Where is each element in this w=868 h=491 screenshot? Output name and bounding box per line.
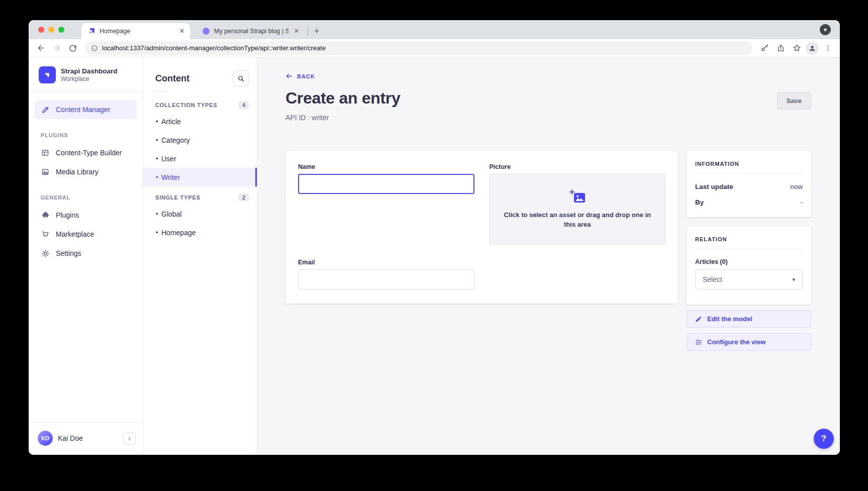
subnav-item-category[interactable]: Category [143, 131, 257, 149]
last-update-row: Last update now [695, 183, 803, 190]
picture-upload-dropzone[interactable]: Click to select an asset or drag and dro… [490, 174, 666, 245]
by-value: - [801, 199, 803, 206]
search-icon [237, 75, 245, 82]
user-avatar[interactable]: KD [38, 431, 53, 446]
subnav-item-global[interactable]: Global [143, 205, 257, 223]
name-field: Name [298, 163, 474, 245]
minimize-window-button[interactable] [48, 27, 54, 33]
configure-lines-icon [695, 339, 702, 346]
back-link[interactable]: BACK [285, 72, 315, 80]
browser-menu-kebab-icon[interactable] [821, 41, 835, 55]
puzzle-icon [41, 211, 50, 220]
sidebar-item-label: Content-Type Builder [56, 149, 122, 157]
configure-view-button[interactable]: Configure the view [687, 333, 811, 351]
add-image-icon [569, 189, 586, 205]
browser-forward-icon[interactable] [50, 41, 64, 55]
sidebar-footer: KD Kai Doe ‹ [29, 422, 143, 455]
sidebar-nav: Content Manager PLUGINS Content-Type Bui… [29, 92, 143, 263]
sidebar-item-plugins[interactable]: Plugins [35, 206, 137, 225]
strapi-favicon [87, 27, 95, 35]
sidebar-item-content-type-builder[interactable]: Content-Type Builder [35, 143, 137, 162]
new-tab-button[interactable]: + [310, 25, 323, 38]
edit-model-label: Edit the model [707, 315, 752, 323]
select-placeholder: Select [703, 275, 722, 283]
desktop-background: Homepage ✕ My personal Strapi blog | Str… [0, 0, 868, 491]
single-types-list: Global Homepage [143, 205, 257, 242]
tab-homepage[interactable]: Homepage ✕ [81, 23, 190, 39]
browser-back-icon[interactable] [34, 41, 48, 55]
chevron-down-icon: ▾ [792, 276, 795, 283]
sidebar-item-label: Content Manager [56, 106, 110, 114]
group-label-collection-types: COLLECTION TYPES [155, 102, 217, 108]
content-subnav: Content COLLECTION TYPES 4 Article Categ… [143, 57, 257, 455]
back-label: BACK [297, 73, 315, 79]
tab-close-icon[interactable]: ✕ [293, 27, 301, 35]
cart-icon [41, 230, 50, 239]
user-name: Kai Doe [58, 434, 118, 442]
back-arrow-icon [285, 72, 293, 80]
tab-strip: Homepage ✕ My personal Strapi blog | Str… [29, 20, 840, 39]
browser-reload-icon[interactable] [66, 41, 80, 55]
tab-close-icon[interactable]: ✕ [178, 27, 186, 35]
tab-blog[interactable]: My personal Strapi blog | Strap ✕ [196, 23, 305, 39]
last-update-label: Last update [695, 183, 733, 190]
main-sidebar: Strapi Dashboard Workplace Content Manag… [29, 57, 143, 455]
search-button[interactable] [233, 70, 249, 86]
picture-field: Picture Click [490, 163, 666, 245]
group-label-single-types: SINGLE TYPES [155, 194, 201, 201]
sidebar-item-label: Settings [56, 249, 81, 257]
panel-divider [695, 173, 803, 174]
edit-model-button[interactable]: Edit the model [687, 310, 811, 328]
relation-panel: RELATION Articles (0) Select ▾ [687, 226, 811, 305]
browser-updates-chevron-icon[interactable]: ▼ [820, 24, 831, 35]
tab-title: My personal Strapi blog | Strap [214, 28, 288, 35]
tab-title: Homepage [100, 28, 174, 35]
sidebar-item-media-library[interactable]: Media Library [35, 162, 137, 181]
zoom-window-button[interactable] [58, 27, 64, 33]
save-button[interactable]: Save [777, 92, 811, 110]
email-field: Email [298, 259, 474, 289]
sidebar-item-label: Media Library [56, 168, 99, 176]
email-input[interactable] [298, 269, 474, 289]
information-title: INFORMATION [695, 161, 803, 167]
picture-label: Picture [490, 163, 666, 170]
subnav-item-article[interactable]: Article [143, 112, 257, 131]
url-text: localhost:1337/admin/content-manager/col… [102, 44, 326, 52]
email-label: Email [298, 259, 474, 266]
browser-toolbar: localhost:1337/admin/content-manager/col… [29, 39, 840, 57]
help-button[interactable]: ? [814, 429, 834, 449]
strapi-logo [39, 66, 56, 83]
sidebar-item-marketplace[interactable]: Marketplace [35, 225, 137, 244]
configure-view-label: Configure the view [707, 338, 765, 346]
browser-profile-avatar[interactable] [806, 42, 819, 55]
info-icon[interactable] [91, 45, 98, 52]
window-controls [38, 27, 64, 33]
page-subtitle: API ID : writer [285, 114, 811, 122]
name-input[interactable] [298, 174, 474, 194]
sidebar-item-label: Marketplace [56, 230, 94, 238]
password-key-icon[interactable] [757, 41, 771, 55]
address-bar[interactable]: localhost:1337/admin/content-manager/col… [85, 41, 752, 55]
sidebar-item-settings[interactable]: Settings [35, 244, 137, 263]
articles-relation-label: Articles (0) [695, 258, 803, 265]
bookmark-star-icon[interactable] [790, 41, 804, 55]
subnav-item-user[interactable]: User [143, 149, 257, 168]
collection-types-list: Article Category User Writer [143, 112, 257, 186]
panel-divider [695, 249, 803, 249]
close-window-button[interactable] [38, 27, 44, 33]
subnav-item-homepage[interactable]: Homepage [143, 223, 257, 242]
by-label: By [695, 199, 704, 206]
collapse-sidebar-button[interactable]: ‹ [123, 432, 136, 445]
browser-window: Homepage ✕ My personal Strapi blog | Str… [29, 20, 840, 455]
blog-favicon [202, 27, 210, 35]
sidebar-section-plugins: PLUGINS [35, 132, 137, 138]
subnav-divider [155, 91, 167, 92]
subnav-item-writer[interactable]: Writer [143, 168, 257, 186]
strapi-admin-app: Strapi Dashboard Workplace Content Manag… [29, 57, 840, 455]
sidebar-item-label: Plugins [56, 211, 79, 219]
last-update-value: now [790, 183, 803, 190]
sidebar-item-content-manager[interactable]: Content Manager [35, 100, 137, 119]
main-content: BACK Create an entry Save API ID : write… [257, 57, 840, 455]
articles-select[interactable]: Select ▾ [695, 269, 803, 289]
share-icon[interactable] [774, 41, 788, 55]
